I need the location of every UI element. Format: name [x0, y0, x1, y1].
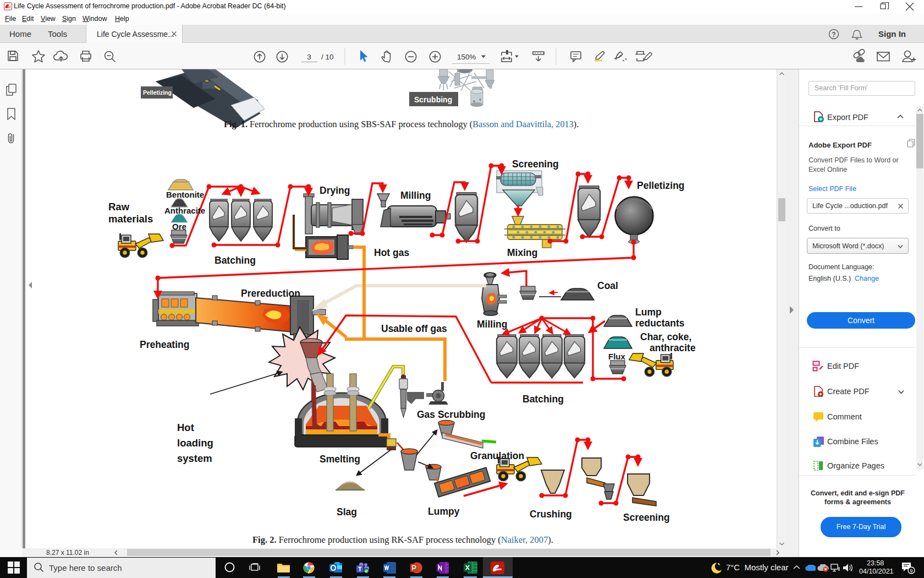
- svg-text:materials: materials: [108, 213, 153, 225]
- svg-text:Screening: Screening: [623, 512, 670, 523]
- svg-text:Pelletizing: Pelletizing: [637, 180, 685, 191]
- svg-text:Hot: Hot: [177, 422, 194, 433]
- svg-text:?: ?: [832, 31, 835, 39]
- svg-text:Gas Scrubbing: Gas Scrubbing: [417, 409, 485, 420]
- svg-text:Bentonite: Bentonite: [166, 190, 204, 199]
- svg-text:Drying: Drying: [320, 185, 350, 196]
- svg-text:Usable off gas: Usable off gas: [381, 323, 447, 334]
- svg-text:system: system: [177, 452, 212, 464]
- svg-text:Preheating: Preheating: [140, 339, 189, 350]
- svg-text:Coal: Coal: [597, 280, 618, 291]
- svg-text:Milling: Milling: [477, 319, 507, 330]
- svg-text:Batching: Batching: [522, 394, 564, 405]
- svg-text:/ 10: / 10: [321, 53, 334, 61]
- svg-text:Smelting: Smelting: [320, 454, 360, 465]
- svg-text:Fig. 2. Ferrochrome productio: Fig. 2. Ferrochrome production using RK-…: [252, 535, 553, 545]
- svg-text:Lump: Lump: [635, 307, 662, 318]
- svg-text:anthracite: anthracite: [650, 342, 696, 353]
- svg-text:Prereduction: Prereduction: [241, 288, 300, 299]
- svg-text:Screening: Screening: [512, 159, 559, 170]
- svg-text:Ore: Ore: [172, 222, 186, 231]
- svg-text:Flux: Flux: [608, 352, 625, 361]
- svg-text:Char, coke,: Char, coke,: [640, 331, 691, 342]
- svg-text:Fig. 1. Ferrochrome productio: Fig. 1. Ferrochrome production using SBS…: [224, 119, 579, 129]
- svg-text:Milling: Milling: [400, 190, 431, 201]
- svg-text:Scrubbing: Scrubbing: [414, 95, 452, 104]
- svg-text:Hot gas: Hot gas: [374, 247, 409, 258]
- svg-text:Mixing: Mixing: [507, 247, 537, 258]
- svg-text:Anthracite: Anthracite: [164, 206, 205, 215]
- svg-text:150%: 150%: [457, 53, 476, 61]
- svg-text:3: 3: [307, 53, 311, 61]
- svg-text:Batching: Batching: [215, 255, 256, 266]
- svg-text:loading: loading: [177, 437, 213, 449]
- svg-text:9: 9: [910, 568, 912, 574]
- svg-text:Pelletizing: Pelletizing: [143, 89, 172, 96]
- svg-text:Slag: Slag: [337, 506, 357, 517]
- svg-text:Lumpy: Lumpy: [428, 506, 460, 517]
- svg-text:reductants: reductants: [635, 318, 685, 329]
- svg-text:Granulation: Granulation: [470, 450, 524, 461]
- svg-text:Crushing: Crushing: [530, 509, 572, 520]
- svg-text:Raw: Raw: [108, 201, 130, 212]
